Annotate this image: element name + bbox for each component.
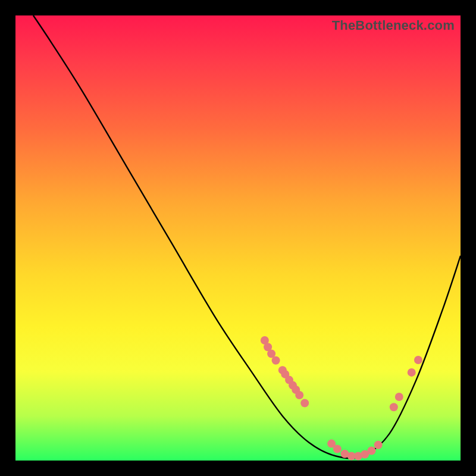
chart-frame: TheBottleneck.com xyxy=(15,15,461,461)
curve-marker xyxy=(300,399,309,408)
curve-marker xyxy=(333,445,342,453)
bottleneck-curve xyxy=(33,15,461,458)
curve-marker xyxy=(272,356,280,365)
watermark-text: TheBottleneck.com xyxy=(332,18,455,33)
curve-marker xyxy=(367,447,375,455)
curve-marker xyxy=(295,391,303,399)
curve-marker xyxy=(374,441,383,449)
curve-marker xyxy=(414,356,422,364)
curve-marker xyxy=(408,368,416,377)
chart-svg xyxy=(15,15,461,461)
series-group xyxy=(33,15,461,461)
curve-markers xyxy=(261,336,422,460)
curve-marker xyxy=(390,403,398,411)
curve-marker xyxy=(395,393,403,401)
